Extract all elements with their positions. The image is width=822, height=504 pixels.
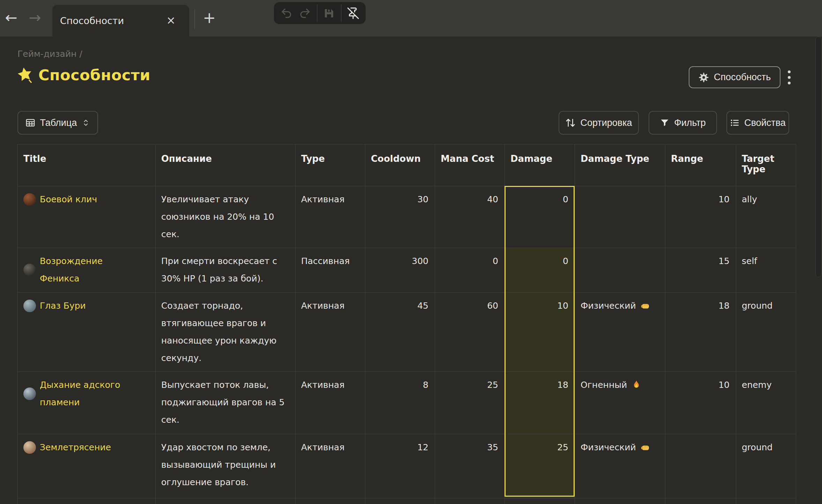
type-cell[interactable]: Активная <box>296 186 365 248</box>
target-type-cell[interactable]: self <box>736 248 796 293</box>
chevron-up-down-icon <box>81 118 90 127</box>
save-button[interactable] <box>322 6 336 20</box>
punch-emoji <box>640 442 651 453</box>
properties-list-icon <box>730 118 740 128</box>
tan-dragon-art <box>23 441 36 454</box>
description-cell[interactable]: Увеличивает атаку союзников на 20% на 10… <box>156 186 296 248</box>
column-header-range[interactable]: Range <box>665 144 736 186</box>
scrollbar-thumb[interactable] <box>815 37 822 277</box>
ability-link[interactable]: Глаз Бури <box>40 297 86 315</box>
type-cell[interactable]: Активная <box>296 434 365 498</box>
mana-cost-cell[interactable]: 35 <box>435 434 505 498</box>
column-header-cooldown[interactable]: Cooldown <box>365 144 435 186</box>
page-title: Способности <box>38 66 150 84</box>
more-options-button[interactable] <box>782 69 797 86</box>
column-header-description[interactable]: Описание <box>156 144 296 186</box>
entity-settings-button[interactable]: Способность <box>689 66 780 88</box>
title-cell[interactable]: Дыхание адского пламени <box>18 372 156 434</box>
damage-type-cell[interactable]: Физический <box>575 434 665 498</box>
dark-phoenix-art <box>23 264 36 276</box>
cooldown-cell[interactable]: 45 <box>365 293 435 372</box>
tab-abilities[interactable]: Способности × <box>52 5 189 37</box>
toolbar-divider <box>341 5 342 22</box>
view-selector-button[interactable]: Таблица <box>17 111 98 135</box>
undo-button[interactable] <box>279 6 293 20</box>
scrollbar-track <box>815 37 822 504</box>
tab-close-button[interactable]: × <box>163 13 179 28</box>
column-header-title[interactable]: Title <box>18 144 156 186</box>
ability-link[interactable]: Боевой клич <box>40 191 97 208</box>
cooldown-cell[interactable]: 8 <box>365 372 435 434</box>
entity-button-label: Способность <box>714 72 771 83</box>
cooldown-cell[interactable]: 30 <box>365 186 435 248</box>
unpin-button[interactable] <box>346 6 360 20</box>
damage-cell[interactable]: 25 <box>505 434 575 498</box>
sort-button-label: Сортировка <box>580 118 632 128</box>
new-tab-button[interactable]: + <box>200 8 219 27</box>
damage-cell[interactable]: 18 <box>505 372 575 434</box>
title-cell[interactable]: Глаз Бури <box>18 293 156 372</box>
damage-cell[interactable]: 0 <box>505 186 575 248</box>
description-cell[interactable]: Удар хвостом по земле, вызывающий трещин… <box>156 434 296 498</box>
description-cell[interactable]: При смерти воскресает с 30% HP (1 раз за… <box>156 248 296 293</box>
damage-type-cell[interactable] <box>575 186 665 248</box>
damage-type-cell[interactable]: Физический <box>575 293 665 372</box>
properties-button-label: Свойства <box>744 118 786 128</box>
type-cell[interactable]: Пассивная <box>296 248 365 293</box>
damage-type-cell[interactable]: Огненный <box>575 372 665 434</box>
title-cell[interactable]: Возрождение Феникса <box>18 248 156 293</box>
ability-link[interactable]: Землетрясение <box>40 439 111 456</box>
column-header-target-type[interactable]: Target Type <box>736 144 796 186</box>
range-cell[interactable]: 15 <box>665 248 736 293</box>
title-cell[interactable]: Землетрясение <box>18 434 156 498</box>
nav-back-button[interactable]: ← <box>1 8 21 27</box>
damage-type-label: Физический <box>581 297 636 315</box>
filter-button[interactable]: Фильтр <box>649 111 717 135</box>
ability-link[interactable]: Дыхание адского пламени <box>40 376 141 411</box>
column-header-type[interactable]: Type <box>296 144 365 186</box>
ability-link[interactable]: Возрождение Феникса <box>40 253 141 287</box>
kebab-menu-icon <box>787 69 792 86</box>
grey-dragon-art <box>23 388 36 400</box>
column-header-damage-type[interactable]: Damage Type <box>575 144 665 186</box>
table-row-partial <box>18 498 796 504</box>
target-type-cell[interactable]: ground <box>736 434 796 498</box>
range-cell[interactable]: 18 <box>665 293 736 372</box>
nav-forward-button[interactable]: → <box>25 8 45 27</box>
type-cell[interactable]: Активная <box>296 372 365 434</box>
gear-icon <box>698 72 709 83</box>
title-cell[interactable]: Боевой клич <box>18 186 156 248</box>
mana-cost-cell[interactable]: 0 <box>435 248 505 293</box>
cooldown-cell[interactable]: 12 <box>365 434 435 498</box>
mana-cost-cell[interactable]: 60 <box>435 293 505 372</box>
sort-button[interactable]: Сортировка <box>559 111 639 135</box>
redo-button[interactable] <box>298 6 312 20</box>
damage-type-cell[interactable] <box>575 248 665 293</box>
edit-toolbar <box>274 2 366 24</box>
page-title-row: Способности <box>16 66 150 84</box>
target-type-cell[interactable]: ally <box>736 186 796 248</box>
range-cell[interactable]: 10 <box>665 372 736 434</box>
range-cell[interactable]: 10 <box>665 186 736 248</box>
type-cell[interactable]: Активная <box>296 293 365 372</box>
target-type-cell[interactable]: ground <box>736 293 796 372</box>
description-cell[interactable]: Создает торнадо, втягивающее врагов и на… <box>156 293 296 372</box>
column-header-damage[interactable]: Damage <box>505 144 575 186</box>
column-header-mana-cost[interactable]: Mana Cost <box>435 144 505 186</box>
pin-off-icon <box>347 7 359 20</box>
range-cell[interactable] <box>665 434 736 498</box>
mana-cost-cell[interactable]: 25 <box>435 372 505 434</box>
table-body: Боевой клич Увеличивает атаку союзников … <box>18 186 796 504</box>
table-row: Боевой клич Увеличивает атаку союзников … <box>18 186 796 248</box>
mana-cost-cell[interactable]: 40 <box>435 186 505 248</box>
cooldown-cell[interactable]: 300 <box>365 248 435 293</box>
damage-cell[interactable]: 10 <box>505 293 575 372</box>
save-icon <box>323 7 335 20</box>
properties-button[interactable]: Свойства <box>726 111 789 135</box>
description-cell[interactable]: Выпускает поток лавы, поджигающий врагов… <box>156 372 296 434</box>
target-type-cell[interactable]: enemy <box>736 372 796 434</box>
table-header-row: TitleОписаниеTypeCooldownMana CostDamage… <box>18 144 796 186</box>
breadcrumb[interactable]: Гейм-дизайн / <box>17 49 82 59</box>
toolbar-divider <box>317 5 317 22</box>
damage-cell[interactable]: 0 <box>505 248 575 293</box>
